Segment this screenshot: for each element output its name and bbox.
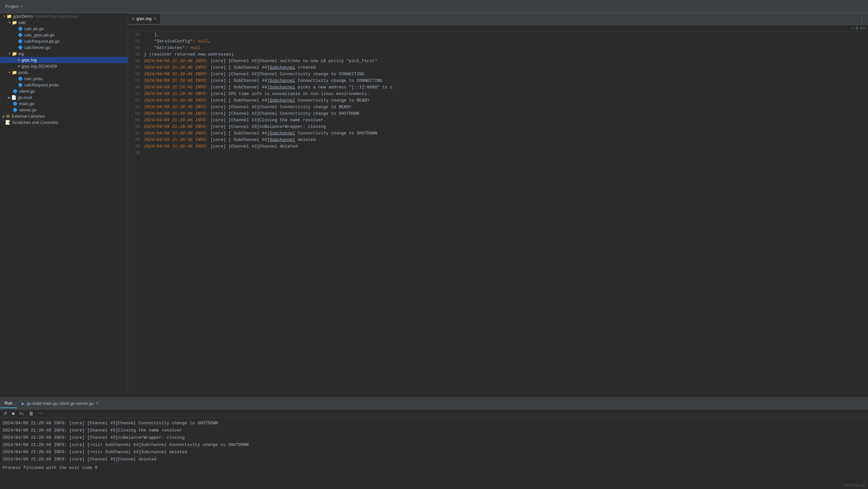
scratches-icon: 📝 [5,120,10,125]
chevron-icon: ▼ [8,21,11,24]
sidebar-item-client_go[interactable]: 🔷client.go [0,88,128,94]
bottom-tab-run-config[interactable]: ▶ go build main.go client.go server.go ✕ [17,399,103,408]
tree-item-label: calc.proto [24,76,43,81]
dump-icon: ≡↓ [19,411,24,416]
stop-button[interactable]: ■ [10,410,16,417]
sidebar-item-grpc_log_20240409[interactable]: ≡grpc.log.20240409 [0,63,128,69]
tree-item-label: client.go [19,89,35,94]
line-content: 2024/04/09 21:20:46 INFO: [core] [ SubCh… [144,130,868,137]
nav-down-icon[interactable]: ∨ [863,26,865,31]
sidebar-item-go_mod[interactable]: ▶ 📄go.mod [0,94,128,100]
code-line-55: 55} (resolver returned new addresses) [128,51,868,58]
sidebar-item-main_go[interactable]: 🔷main.go [0,100,128,107]
mod-file-icon: 📄 [11,95,17,100]
console-output[interactable]: 2024/04/09 21:20:46 INFO: [core] [Channe… [0,418,868,489]
console-line-4: 2024/04/09 21:20:46 INFO: [core] [<nil> … [3,449,865,456]
editor-tab-grpc-log[interactable]: ≡ grpc.log ✕ [128,14,161,24]
log-file-icon: ≡ [18,64,20,69]
sidebar: ▼ 📁grpcDemo ~/GolandProjects/grpcDemo▼ 📁… [0,13,128,397]
project-label-text: Project [5,4,19,9]
go-file-icon: 🔷 [18,45,23,50]
line-content: 2024/04/09 21:20:46 INFO: [core] CPU tim… [144,91,868,97]
sidebar-item-calc_proto[interactable]: 🔷calc.proto [0,75,128,82]
sidebar-item-calcRequest_pb_go[interactable]: 🔷calcRequest.pb.go [0,38,128,44]
tree-item-label: calcServer.go [24,45,50,50]
line-content: "Attributes": null [144,45,868,51]
sidebar-item-grpcDemo[interactable]: ▼ 📁grpcDemo ~/GolandProjects/grpcDemo [0,13,128,20]
chevron-icon: ▶ [3,114,5,118]
go-file-icon: 🔷 [18,39,23,44]
line-number: 58 [128,71,144,78]
line-content: 2024/04/09 21:20:46 INFO: [core] [ SubCh… [144,137,868,143]
console-line-5: 2024/04/09 21:20:46 INFO: [core] [Channe… [3,456,865,463]
go-file-icon: 🔷 [12,89,18,94]
line-content: 2024/04/09 21:20:46 INFO: [core] [Channe… [144,111,868,117]
csdn-badge: CSDN @outp [843,483,865,487]
line-content: 2024/04/09 21:20:46 INFO: [core] [Channe… [144,143,868,150]
sidebar-item-calcRequest_proto[interactable]: 🔷calcRequest.proto [0,82,128,88]
close-button[interactable]: 🗑 [28,410,35,417]
code-line-59: 592024/04/09 21:20:46 INFO: [core] [ Sub… [128,78,868,84]
console-line-2: 2024/04/09 21:20:46 INFO: [core] [Channe… [3,434,865,441]
code-line-60: 602024/04/09 21:20:46 INFO: [core] [ Sub… [128,84,868,91]
dump-threads-button[interactable]: ≡↓ [18,410,25,417]
run-config-close-icon[interactable]: ✕ [96,401,99,405]
tab-close-icon[interactable]: ✕ [153,17,156,21]
tree-item-label: calcRequest.proto [24,83,59,87]
sidebar-item-log[interactable]: ▼ 📁log [0,51,128,57]
sidebar-item-server_go[interactable]: 🔷server.go [0,107,128,113]
tree-item-label: Scratches and Consoles [12,120,58,125]
line-number: 68 [128,137,144,143]
folder-icon: 📁 [7,14,12,19]
sidebar-item-proto[interactable]: ▼ 📁proto [0,69,128,75]
code-line-70: 70 [128,150,868,156]
tree-item-label: server.go [19,108,36,112]
log-file-icon: ≡ [18,58,20,62]
rerun-button[interactable]: ↺ [2,410,8,417]
line-number: 53 [128,38,144,45]
sidebar-item-external_libraries[interactable]: ▶ 🏛External Libraries [0,113,128,119]
nav-up-icon[interactable]: ∧ [860,26,862,31]
tree-item-label: grpc.log.20240409 [22,64,57,69]
chevron-icon: ▼ [3,14,6,18]
sidebar-item-calcServer_go[interactable]: 🔷calcServer.go [0,44,128,51]
code-view[interactable]: 52 ],53 "ServiceConfig": null,54 "Attrib… [128,32,868,397]
console-line-7: Process finished with the exit code 0 [3,464,865,471]
line-number: 60 [128,84,144,91]
checkmark-badge: ✓ 6 [851,26,858,31]
project-menu[interactable]: Project ▼ [3,3,26,10]
more-options-button[interactable]: ⋯ [37,410,44,417]
sidebar-item-calc[interactable]: ▼ 📁calc [0,20,128,26]
project-chevron-icon: ▼ [20,5,23,8]
line-number: 61 [128,91,144,97]
run-config-label: go build main.go client.go server.go [27,401,94,406]
bottom-tab-run[interactable]: Run [0,399,17,408]
line-content: 2024/04/09 21:20:46 INFO: [core] [Channe… [144,104,868,111]
sidebar-item-scratches[interactable]: 📝Scratches and Consoles [0,119,128,126]
line-number: 70 [128,150,144,156]
chevron-icon: ▼ [8,71,11,74]
checkmark-icon: ✓ [851,26,855,31]
sidebar-item-calc_pb_go[interactable]: 🔷calc.pb.go [0,26,128,32]
tab-more-button[interactable]: ⋮ [856,16,868,22]
tree-item-label: log [19,51,24,56]
sidebar-item-grpc_log[interactable]: ≡grpc.log [0,57,128,63]
sidebar-item-calc_grpc_pb_go[interactable]: 🔷calc_grpc.pb.go [0,32,128,38]
tab-bar: ≡ grpc.log ✕ ⋮ [128,13,868,25]
tree-item-label: go.mod [18,95,32,100]
code-line-52: 52 ], [128,32,868,38]
line-number: 62 [128,97,144,104]
line-number: 65 [128,117,144,124]
run-tab-label: Run [5,401,12,405]
line-content: 2024/04/09 21:20:46 INFO: [core] [ SubCh… [144,84,868,91]
rerun-icon: ↺ [3,411,7,416]
editor-area: ≡ grpc.log ✕ ⋮ ✓ 6 ∧ ∨ 52 ],53 "ServiceC… [128,13,868,397]
code-line-61: 612024/04/09 21:20:46 INFO: [core] CPU t… [128,91,868,97]
line-number: 69 [128,143,144,150]
line-number: 52 [128,32,144,38]
nav-arrows: ∧ ∨ [860,26,865,31]
line-content: ], [144,32,868,38]
line-number: 56 [128,58,144,64]
code-line-65: 652024/04/09 21:20:46 INFO: [core] [Chan… [128,117,868,124]
log-file-icon: ≡ [132,17,134,21]
